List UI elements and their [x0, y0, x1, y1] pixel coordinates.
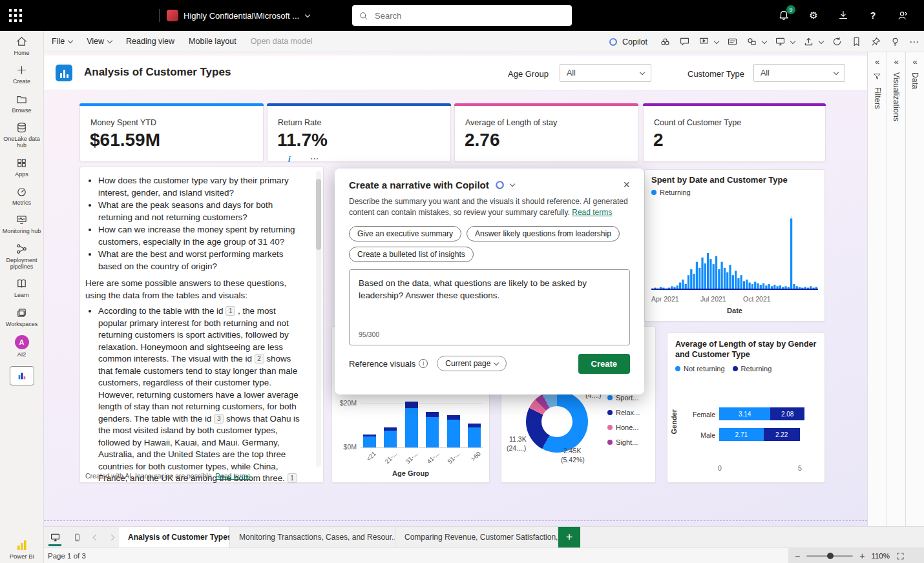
kpi-card-length-of-stay[interactable]: Average of Length of stay 2.76: [454, 103, 638, 162]
kpi-card-customer-type-count[interactable]: Count of Customer Type 2: [643, 103, 826, 162]
page-tab-monitoring[interactable]: Monitoring Transactions, Cases, and Reso…: [230, 527, 395, 548]
global-search[interactable]: [352, 5, 572, 26]
visual-info-icon[interactable]: i: [288, 155, 290, 164]
info-icon[interactable]: i: [419, 359, 428, 368]
legend-item[interactable]: Hone...: [607, 424, 640, 431]
fit-to-page-icon[interactable]: [896, 552, 905, 560]
age-bar[interactable]: [363, 435, 376, 447]
desktop-view-icon[interactable]: [44, 527, 66, 548]
time-series-plot[interactable]: [651, 216, 818, 290]
scrollbar-thumb[interactable]: [316, 179, 321, 250]
comments-icon[interactable]: [679, 36, 690, 47]
visualizations-pane-collapsed[interactable]: « Visualizations: [887, 52, 905, 526]
menu-mobile-layout[interactable]: Mobile layout: [189, 37, 236, 46]
menu-view[interactable]: View: [87, 37, 112, 46]
age-bar[interactable]: [405, 402, 418, 447]
sidebar-item-browse[interactable]: Browse: [0, 88, 44, 117]
page-tab-analysis[interactable]: Analysis of Customer Types: [119, 527, 230, 548]
lightbulb-icon[interactable]: [890, 36, 901, 47]
sidebar-item-monitoring-hub[interactable]: Monitoring hub: [0, 209, 44, 238]
legend-item[interactable]: Relax...: [607, 409, 640, 416]
filters-pane-collapsed[interactable]: « Filters: [867, 52, 887, 526]
legend-item[interactable]: Not returning: [675, 365, 725, 373]
help-icon[interactable]: ?: [866, 8, 880, 23]
bookmark-icon[interactable]: [851, 36, 862, 47]
explore-icon[interactable]: [660, 36, 671, 47]
view-mode-icon[interactable]: [775, 36, 795, 47]
age-bar[interactable]: [426, 412, 439, 447]
chip-executive-summary[interactable]: Give an executive summary: [349, 226, 461, 241]
pin-icon[interactable]: [870, 36, 881, 47]
chip-bulleted-insights[interactable]: Create a bulleted list of insights: [349, 247, 474, 262]
page-scope-dropdown[interactable]: Current page: [437, 356, 507, 371]
prev-page-chevron-icon[interactable]: [88, 527, 103, 548]
menu-reading-view[interactable]: Reading view: [126, 37, 174, 46]
scrollbar[interactable]: [316, 171, 321, 467]
app-launcher-waffle-icon[interactable]: [8, 8, 23, 23]
expand-pane-icon[interactable]: «: [912, 57, 917, 66]
export-icon[interactable]: [803, 36, 823, 47]
sidebar-item-current-report[interactable]: [10, 366, 34, 385]
sidebar-item-onelake-data-hub[interactable]: OneLake data hub: [0, 117, 44, 152]
present-icon[interactable]: [698, 36, 719, 47]
stay-bar-female-not-returning[interactable]: 3.14: [719, 407, 770, 420]
notifications-bell-icon[interactable]: 9: [777, 8, 791, 23]
age-group-slicer-dropdown[interactable]: All: [560, 64, 651, 82]
chip-leadership-questions[interactable]: Answer likely questions from leadership: [467, 226, 620, 241]
download-icon[interactable]: [836, 8, 850, 23]
settings-gear-icon[interactable]: ⚙: [806, 8, 821, 23]
menu-file[interactable]: File: [52, 37, 72, 46]
more-options-icon[interactable]: ⋯: [909, 36, 919, 48]
page-tab-comparing[interactable]: Comparing Revenue, Customer Satisfaction…: [395, 527, 558, 548]
kpi-card-return-rate[interactable]: Return Rate 11.7%: [267, 103, 451, 162]
refresh-icon[interactable]: [832, 36, 843, 47]
copilot-button[interactable]: Copilot: [608, 37, 647, 47]
read-terms-link[interactable]: Read terms: [215, 472, 250, 480]
zoom-slider-thumb[interactable]: [827, 553, 834, 559]
legend-item[interactable]: Sight...: [607, 438, 640, 446]
age-bar[interactable]: [447, 415, 460, 447]
read-terms-link[interactable]: Read terms: [572, 208, 612, 217]
stay-bar-male-returning[interactable]: 2.22: [764, 428, 800, 441]
age-bar[interactable]: [384, 427, 397, 447]
spent-by-date-visual[interactable]: Spent by Date and Customer Type Returnin…: [644, 169, 825, 322]
zoom-out-icon[interactable]: −: [795, 551, 800, 561]
sidebar-item-metrics[interactable]: Metrics: [0, 181, 44, 209]
feedback-person-icon[interactable]: [896, 8, 910, 23]
stay-bar-male-not-returning[interactable]: 2.71: [719, 428, 764, 441]
expand-pane-icon[interactable]: «: [875, 57, 879, 66]
expand-pane-icon[interactable]: «: [894, 57, 898, 66]
smart-narrative-visual[interactable]: How does the customer type vary by their…: [79, 167, 324, 483]
sidebar-item-ai2-workspace[interactable]: A AI2: [0, 331, 44, 361]
search-input[interactable]: [373, 10, 565, 21]
reference-chip[interactable]: 1: [226, 306, 235, 316]
legend-item[interactable]: Returning: [733, 365, 772, 373]
narrative-prompt-input[interactable]: Based on the data, what questions are li…: [349, 269, 630, 345]
create-button[interactable]: Create: [578, 354, 630, 374]
workspace-title-menu[interactable]: Highly Confidential\Microsoft ...: [184, 0, 310, 31]
chevron-down-icon[interactable]: [509, 181, 514, 187]
sidebar-item-learn[interactable]: Learn: [0, 273, 44, 302]
shapes-icon[interactable]: [746, 36, 766, 47]
sidebar-item-apps[interactable]: Apps: [0, 152, 44, 181]
donut-chart[interactable]: [526, 391, 588, 453]
sidebar-item-home[interactable]: Home: [0, 31, 44, 59]
customer-type-slicer-dropdown[interactable]: All: [753, 64, 845, 82]
text-box-icon[interactable]: [727, 36, 738, 47]
add-page-button[interactable]: +: [558, 527, 580, 548]
next-page-chevron-icon[interactable]: [103, 527, 119, 548]
kpi-card-money-spent[interactable]: Money Spent YTD $61.59M: [79, 103, 264, 162]
sidebar-item-deployment-pipelines[interactable]: Deployment pipelines: [0, 238, 44, 274]
visual-options-icon[interactable]: ⋯: [310, 154, 319, 163]
zoom-slider[interactable]: [806, 555, 853, 557]
reference-chip[interactable]: 1: [288, 473, 297, 483]
sidebar-item-create[interactable]: Create: [0, 59, 44, 88]
mobile-view-icon[interactable]: [66, 527, 88, 548]
stay-bar-female-returning[interactable]: 2.08: [770, 407, 804, 420]
reference-chip[interactable]: 3: [214, 414, 224, 424]
age-bar[interactable]: [468, 424, 481, 447]
reference-chip[interactable]: 2: [255, 354, 264, 363]
close-icon[interactable]: ×: [623, 179, 630, 190]
zoom-in-icon[interactable]: +: [859, 551, 865, 561]
legend-item[interactable]: Sport...: [607, 394, 640, 402]
